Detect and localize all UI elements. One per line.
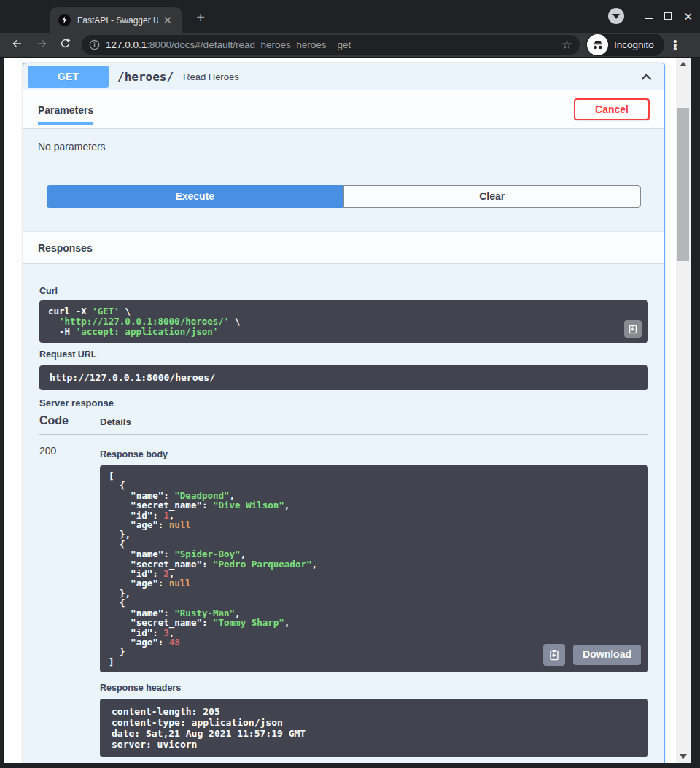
site-info-icon[interactable] [89, 39, 100, 50]
url-host: 127.0.0.1 [106, 39, 147, 50]
fastapi-favicon-icon [58, 14, 71, 26]
parameters-header: Parameters Cancel [23, 90, 664, 129]
request-url-value: http://127.0.0.1:8000/heroes/ [39, 365, 648, 390]
response-headers: content-length: 205content-type: applica… [100, 699, 648, 757]
incognito-icon [587, 34, 608, 55]
swagger-page: GET /heroes/ Read Heroes Parameters Canc… [4, 58, 676, 763]
response-row: 200 Response body [ { "name": "Deadpond"… [39, 435, 648, 757]
status-code: 200 [39, 443, 100, 757]
copy-response-button[interactable] [543, 644, 565, 666]
details-column-header: Details [100, 414, 131, 427]
browser-tab[interactable]: FastAPI - Swagger UI ✕ [50, 7, 182, 33]
scroll-up-icon[interactable] [680, 62, 687, 66]
new-tab-button[interactable]: + [191, 10, 210, 25]
browser-menu-button[interactable]: ••• [664, 39, 686, 50]
curl-command: curl -X 'GET' \ 'http://127.0.0.1:8000/h… [39, 300, 648, 343]
incognito-badge: Incognito [586, 34, 664, 56]
download-button[interactable]: Download [573, 645, 641, 664]
clear-button[interactable]: Clear [343, 185, 642, 208]
copy-curl-button[interactable] [624, 320, 642, 338]
tab-parameters: Parameters [38, 94, 93, 125]
operation-block: GET /heroes/ Read Heroes Parameters Canc… [23, 63, 665, 763]
page-scrollbar[interactable] [676, 58, 691, 763]
curl-label: Curl [39, 286, 648, 296]
no-parameters-text: No parameters [38, 141, 106, 152]
scroll-down-icon[interactable] [680, 754, 687, 759]
maximize-button[interactable] [664, 12, 672, 20]
responses-header: Responses [23, 231, 664, 264]
response-headers-label: Response headers [100, 683, 648, 693]
url-path: :8000/docs#/default/read_heroes_heroes__… [147, 39, 351, 50]
reload-button[interactable] [55, 37, 74, 53]
cancel-button[interactable]: Cancel [574, 98, 650, 120]
bookmark-star-icon[interactable]: ☆ [561, 37, 572, 53]
code-column-header: Code [39, 414, 100, 427]
url-text: 127.0.0.1:8000/docs#/default/read_heroes… [106, 39, 557, 50]
server-response-label: Server response [39, 397, 648, 408]
forward-button[interactable] [32, 38, 51, 53]
scrollbar-thumb[interactable] [677, 108, 689, 261]
tab-title: FastAPI - Swagger UI [77, 15, 158, 26]
minimize-button[interactable] [645, 18, 653, 19]
operation-summary[interactable]: GET /heroes/ Read Heroes [23, 63, 664, 90]
tab-search-button[interactable] [608, 8, 624, 24]
method-badge: GET [28, 66, 109, 88]
browser-titlebar: FastAPI - Swagger UI ✕ + ✕ [0, 0, 700, 33]
responses-title: Responses [38, 242, 93, 254]
close-window-button[interactable]: ✕ [683, 11, 693, 22]
browser-toolbar: 127.0.0.1:8000/docs#/default/read_heroes… [0, 33, 700, 58]
chevron-up-icon[interactable] [639, 69, 654, 85]
execute-button[interactable]: Execute [47, 185, 343, 208]
tab-close-icon[interactable]: ✕ [158, 13, 176, 27]
operation-description: Read Heroes [183, 71, 239, 82]
operation-path: /heroes/ [117, 70, 174, 84]
back-button[interactable] [7, 38, 26, 53]
response-table-header: Code Details [39, 414, 648, 435]
request-url-label: Request URL [39, 349, 648, 360]
response-body: [ { "name": "Deadpond", "secret_name": "… [100, 465, 648, 672]
incognito-label: Incognito [614, 39, 654, 50]
response-body-label: Response body [100, 443, 648, 459]
url-omnibox[interactable]: 127.0.0.1:8000/docs#/default/read_heroes… [82, 35, 580, 55]
